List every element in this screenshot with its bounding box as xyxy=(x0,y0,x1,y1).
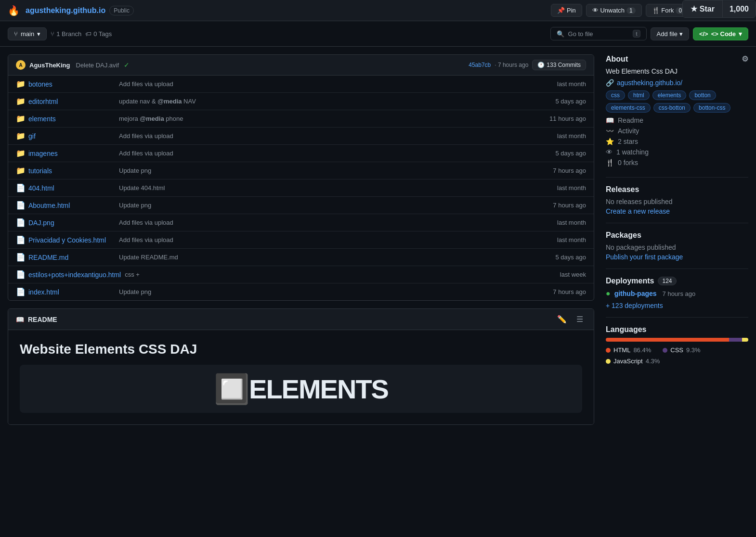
file-commit-msg: Update 404.html xyxy=(119,184,534,192)
topbar: 🔥 agustheking.github.io Public 📌 Pin 👁 U… xyxy=(0,0,756,21)
file-icon: 📄 xyxy=(16,218,25,227)
file-name-link[interactable]: imagenes xyxy=(28,150,115,157)
file-name-link[interactable]: DAJ.png xyxy=(28,219,115,227)
deploy-name-link[interactable]: github-pages xyxy=(614,290,657,297)
file-name-link[interactable]: botones xyxy=(28,80,115,88)
tag[interactable]: elements xyxy=(652,90,687,100)
readme-edit-button[interactable]: ✏️ xyxy=(554,314,570,325)
languages-bar xyxy=(606,338,748,342)
branch-fork-icon: ⑂ xyxy=(51,30,54,38)
commits-label: 133 Commits xyxy=(547,62,581,68)
sidebar-releases-section: Releases No releases published Create a … xyxy=(606,185,748,223)
file-commit-msg: Update png xyxy=(119,202,534,209)
link-icon: 🔗 xyxy=(606,79,614,87)
commit-avatar: A xyxy=(16,60,26,70)
language-item-html[interactable]: HTML 86.4% xyxy=(606,346,651,354)
file-row: 📁 botones Add files via upload last mont… xyxy=(8,76,594,93)
commit-message: Delete DAJ.avif xyxy=(76,62,119,69)
tag[interactable]: botton xyxy=(689,90,716,100)
readme-section: 📖 README ✏️ ☰ Website Elements CSS DAJ 🔲… xyxy=(8,308,594,425)
css-lang-dot xyxy=(663,348,667,353)
commit-hash[interactable]: 45ab7cb xyxy=(469,62,491,68)
file-row: 📄 404.html Update 404.html last month xyxy=(8,179,594,197)
file-name-link[interactable]: Privacidad y Cookies.html xyxy=(28,236,115,244)
css-bar-segment xyxy=(729,338,743,342)
branch-selector[interactable]: ⑂ main ▾ xyxy=(8,27,47,40)
watching-meta[interactable]: 👁 1 watching xyxy=(606,148,748,156)
tag[interactable]: css-botton xyxy=(653,103,691,113)
file-name-link[interactable]: editorhtml xyxy=(28,98,115,105)
language-item-js[interactable]: JavaScript 4.3% xyxy=(606,358,660,365)
file-table: A AgusTheKing Delete DAJ.avif ✓ 45ab7cb … xyxy=(8,54,594,301)
tag[interactable]: css xyxy=(606,90,625,100)
fork-icon: 🍴 xyxy=(606,159,614,166)
file-commit-msg: Update README.md xyxy=(119,254,534,261)
file-name-link[interactable]: gif xyxy=(28,132,115,140)
gear-icon[interactable]: ⚙ xyxy=(742,54,748,64)
tag[interactable]: botton-css xyxy=(693,103,730,113)
file-row: 📁 tutorials Update png 7 hours ago xyxy=(8,162,594,179)
commit-author[interactable]: AgusTheKing xyxy=(29,62,70,69)
readme-meta[interactable]: 📖 Readme xyxy=(606,116,748,124)
html-lang-dot xyxy=(606,348,611,353)
file-name-link[interactable]: README.md xyxy=(28,254,115,261)
star-icon: ⭐ xyxy=(606,138,614,145)
add-file-button[interactable]: Add file ▾ xyxy=(651,27,689,40)
go-to-file-button[interactable]: 🔍 Go to file t xyxy=(550,27,647,40)
tag[interactable]: html xyxy=(628,90,650,100)
sidebar-about-section: About ⚙ Web Elements Css DAJ 🔗 agustheki… xyxy=(606,54,748,178)
readme-view-button[interactable]: ☰ xyxy=(574,314,586,325)
file-name-link[interactable]: Aboutme.html xyxy=(28,202,115,209)
readme-actions: ✏️ ☰ xyxy=(554,314,586,325)
star-count: 1,000 xyxy=(723,1,756,17)
file-commit-msg: Update png xyxy=(119,288,534,295)
pin-button[interactable]: 📌 Pin xyxy=(551,4,582,17)
star-button[interactable]: ★ Star xyxy=(683,0,723,17)
folder-icon: 📁 xyxy=(16,166,25,175)
language-item-css[interactable]: CSS 9.3% xyxy=(663,346,700,354)
deployments-count-badge: 124 xyxy=(658,277,676,285)
subnav: ⑂ main ▾ ⑂ 1 Branch 🏷 0 Tags 🔍 Go to fil… xyxy=(0,21,756,47)
file-time: 5 days ago xyxy=(538,150,586,157)
file-name-link[interactable]: elements xyxy=(28,115,115,123)
repo-name-link[interactable]: agustheking.github.io xyxy=(26,6,105,15)
file-name-link[interactable]: index.html xyxy=(28,288,115,296)
sidebar-about-desc: Web Elements Css DAJ xyxy=(606,67,748,75)
activity-meta[interactable]: 〰️ Activity xyxy=(606,127,748,135)
commits-link[interactable]: 🕐 133 Commits xyxy=(532,60,586,70)
sidebar-packages-section: Packages No packages published Publish y… xyxy=(606,231,748,269)
js-lang-dot xyxy=(606,359,611,364)
unwatch-count: 1 xyxy=(626,7,636,14)
sidebar-deployments-section: Deployments 124 ● github-pages 7 hours a… xyxy=(606,277,748,318)
code-button[interactable]: </> <> Code ▾ xyxy=(693,27,748,40)
branch-label: main xyxy=(21,30,34,38)
file-name-link[interactable]: estilos+pots+indexantiguo.html xyxy=(28,271,121,279)
sidebar-website-link[interactable]: 🔗 agustheking.github.io/ xyxy=(606,79,748,87)
tags-container: css html elements botton elements-css cs… xyxy=(606,90,748,113)
file-name-link[interactable]: 404.html xyxy=(28,184,115,192)
commit-time: · 7 hours ago xyxy=(495,62,528,68)
file-row: 📁 imagenes Add files via upload 5 days a… xyxy=(8,145,594,162)
file-commit-msg: Add files via upload xyxy=(119,80,534,88)
repo-logo-icon: 🔥 xyxy=(8,5,20,16)
file-name-link[interactable]: tutorials xyxy=(28,167,115,175)
book-icon: 📖 xyxy=(606,116,614,124)
file-time: last week xyxy=(538,271,586,278)
tag[interactable]: elements-css xyxy=(606,103,651,113)
tags-link[interactable]: 🏷 0 Tags xyxy=(85,30,112,38)
file-icon: 📄 xyxy=(16,253,25,262)
file-time: 7 hours ago xyxy=(538,288,586,295)
branches-link[interactable]: ⑂ 1 Branch xyxy=(51,30,81,38)
more-deployments-link[interactable]: + 123 deployments xyxy=(606,302,748,309)
file-time: last month xyxy=(538,132,586,140)
sidebar-about-title: About ⚙ xyxy=(606,54,748,64)
folder-icon: 📁 xyxy=(16,131,25,141)
create-release-link[interactable]: Create a new release xyxy=(606,207,670,215)
unwatch-button[interactable]: 👁 Unwatch 1 xyxy=(586,4,642,17)
file-time: 7 hours ago xyxy=(538,167,586,174)
stars-meta[interactable]: ⭐ 2 stars xyxy=(606,138,748,145)
publish-package-link[interactable]: Publish your first package xyxy=(606,253,683,261)
commit-header: A AgusTheKing Delete DAJ.avif ✓ 45ab7cb … xyxy=(8,55,594,76)
forks-meta[interactable]: 🍴 0 forks xyxy=(606,159,748,166)
file-time: 7 hours ago xyxy=(538,202,586,209)
